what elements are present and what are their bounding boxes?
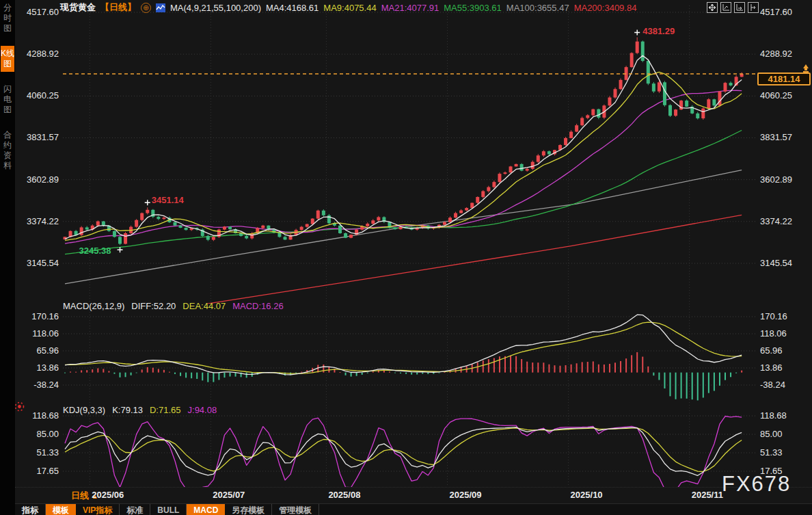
macd-dea-value: DEA:44.07 [182, 301, 226, 311]
macd-axis-label-left: 170.16 [16, 311, 59, 321]
kdj-d-value: D:71.65 [150, 405, 181, 415]
toolbar-tab-7[interactable]: 另存模板 [225, 504, 272, 515]
watermark: FX678 [722, 472, 791, 497]
live-indicator-icon [14, 401, 25, 415]
price-axis-label-right: 4060.25 [760, 90, 792, 101]
price-axis-label-right: 3145.54 [760, 258, 792, 268]
price-axis-label-right: 4288.92 [760, 49, 792, 59]
toolbar-tab-6[interactable]: MACD [187, 504, 225, 515]
month-label: 2025/08 [328, 490, 360, 500]
x-axis-strip: 日线 ▲ 2025/062025/072025/082025/092025/10… [15, 487, 812, 504]
price-axis-label-right: 3831.57 [760, 132, 792, 142]
month-label: 2025/11 [692, 490, 723, 500]
toolbar-tab-5[interactable]: BULL [150, 504, 187, 515]
price-axis-label-right: 3374.22 [760, 216, 792, 226]
kdj-axis-label-right: 118.68 [760, 410, 787, 421]
june-high-annotation: 3451.14 [152, 195, 184, 205]
chart-mode-sidebar: 分时图 K线图 闪电图 合约资料 [0, 0, 15, 515]
kdj-axis-label-left: 51.33 [16, 447, 59, 458]
price-axis-label-left: 4288.92 [16, 49, 59, 59]
ma55-value: MA55:3903.61 [444, 3, 502, 13]
month-label: 2025/10 [571, 490, 603, 500]
add-indicator-icon[interactable]: ⊕ [141, 3, 151, 13]
macd-axis-label-right: 118.06 [760, 328, 787, 339]
macd-axis-label-right: 13.86 [760, 362, 783, 373]
toolbar-tab-2[interactable]: 模板 [46, 504, 76, 515]
toolbar-tab-1[interactable]: 指标 [15, 504, 46, 515]
kdj-axis-label-right: 51.33 [760, 447, 783, 458]
price-axis-label-left: 3831.57 [16, 132, 59, 142]
macd-name: MACD(26,12,9) [63, 301, 124, 311]
macd-axis-label-right: 170.16 [760, 311, 787, 321]
month-label: 2025/06 [92, 490, 124, 500]
kdj-axis-label-right: 85.00 [760, 429, 783, 439]
kdj-axis-label-left: 85.00 [16, 429, 59, 439]
price-axis-label-right: 3602.89 [760, 174, 792, 185]
macd-axis-label-left: -38.24 [16, 380, 59, 390]
macd-axis-label-left: 65.96 [16, 345, 59, 356]
kdj-name: KDJ(9,3,3) [63, 405, 105, 415]
macd-macd-value: MACD:16.26 [232, 301, 283, 311]
kdj-axis-label-left: 17.65 [16, 466, 59, 476]
indicator-toolbar: 指标模板VIP指标标准BULLMACD另存模板管理模板 [15, 503, 812, 515]
macd-axis-label-right: -38.24 [760, 380, 785, 390]
pan-icon[interactable] [707, 2, 718, 13]
chart-tool-icons [707, 2, 759, 13]
ma9-value: MA9:4075.44 [323, 3, 376, 13]
ma4-value: MA4:4168.61 [266, 3, 319, 13]
peak-price-annotation: 4381.29 [642, 26, 675, 36]
macd-panel-header: MACD(26,12,9)DIFF:52.20DEA:44.07MACD:16.… [63, 301, 290, 311]
axis-scale-icon[interactable] [734, 2, 745, 13]
price-alert-icon[interactable] [801, 64, 811, 76]
ma-group-label: MA(4,9,21,55,100,200) [170, 3, 261, 13]
ma200-value: MA200:3409.84 [574, 3, 637, 13]
toolbar-tab-3[interactable]: VIP指标 [76, 504, 120, 515]
kdj-j-value: J:94.08 [188, 405, 217, 415]
macd-axis-label-left: 118.06 [16, 328, 59, 339]
candlestick-chart-canvas[interactable] [0, 0, 812, 515]
period-badge[interactable]: 【日线】 [100, 1, 136, 14]
macd-axis-label-right: 65.96 [760, 345, 783, 356]
sidebar-item-kline-chart[interactable]: K线图 [1, 46, 14, 72]
price-axis-label-left: 3602.89 [16, 174, 59, 185]
toolbar-tab-8[interactable]: 管理模板 [272, 504, 319, 515]
ma21-value: MA21:4077.91 [381, 3, 439, 13]
chart-header: 现货黄金 【日线】 ⊕ MA(4,9,21,55,100,200) MA4:41… [60, 1, 636, 14]
sidebar-item-time-chart[interactable]: 分时图 [1, 0, 14, 36]
price-axis-label-right: 4517.60 [760, 7, 792, 17]
symbol-title: 现货黄金 [60, 1, 96, 14]
price-axis-label-left: 4060.25 [16, 90, 59, 101]
price-axis-label-left: 3374.22 [16, 216, 59, 226]
sidebar-item-flash-chart[interactable]: 闪电图 [1, 81, 14, 118]
price-axis-label-left: 4517.60 [16, 7, 59, 17]
macd-diff-value: DIFF:52.20 [131, 301, 176, 311]
kdj-k-value: K:79.13 [112, 405, 143, 415]
month-label: 2025/07 [213, 490, 245, 500]
price-axis-label-left: 3145.54 [16, 258, 59, 268]
trading-app-window: 分时图 K线图 闪电图 合约资料 现货黄金 【日线】 ⊕ MA(4,9,21,5… [0, 0, 812, 515]
macd-axis-label-left: 13.86 [16, 362, 59, 373]
toolbar-tab-4[interactable]: 标准 [120, 504, 150, 515]
sidebar-item-contract-info[interactable]: 合约资料 [1, 127, 14, 174]
chart-type-icon[interactable] [156, 3, 165, 12]
june-low-annotation: 3245.38 [79, 246, 111, 256]
kdj-panel-header: KDJ(9,3,3)K:79.13D:71.65J:94.08 [63, 405, 224, 415]
month-label: 2025/09 [450, 490, 482, 500]
axis-fit-icon[interactable] [720, 2, 731, 13]
axis-shift-icon[interactable] [748, 2, 759, 13]
ma100-value: MA100:3655.47 [506, 3, 569, 13]
